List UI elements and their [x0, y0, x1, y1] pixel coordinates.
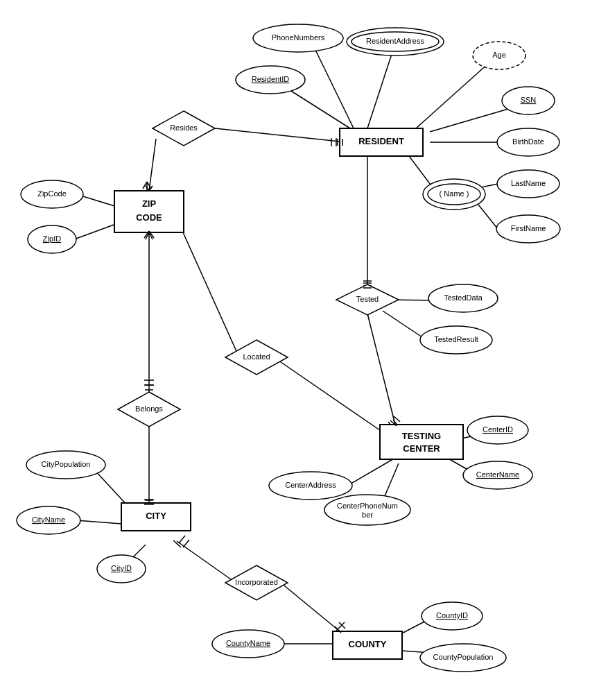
line-centeraddr [352, 458, 395, 483]
citypop-text: CityPopulation [42, 460, 91, 468]
located-label: Located [243, 352, 270, 361]
line-phone-resident [315, 50, 354, 128]
centeraddress-text: CenterAddress [285, 481, 336, 489]
testing-center-label2: CENTER [403, 443, 440, 454]
line-centerphone [385, 463, 399, 496]
firstname-text: FirstName [511, 224, 546, 232]
line-cityname [76, 520, 121, 524]
zipid-text: ZipID [43, 234, 61, 243]
tested-label: Tested [356, 295, 379, 303]
city-label: CITY [146, 511, 166, 521]
line-lastname-name [481, 184, 498, 187]
resides-label: Resides [170, 123, 198, 132]
residentid-text: ResidentID [252, 75, 289, 83]
belongs-label: Belongs [135, 404, 163, 413]
line-resides-zipcode [149, 139, 156, 191]
birthdate-text: BirthDate [512, 137, 544, 146]
zipcode-entity [114, 191, 184, 232]
testeddata-text: TestedData [444, 293, 483, 302]
ssn-text: SSN [521, 96, 537, 104]
zipcode-attr-text: ZipCode [37, 189, 67, 198]
centername-text: CenterName [476, 470, 519, 479]
line-citypop [94, 469, 128, 506]
lastname-text: LastName [511, 179, 546, 187]
testing-center-entity [380, 425, 463, 459]
line-resident-resides [215, 128, 347, 142]
line-located-center [274, 357, 385, 434]
dt-city-inc-b [183, 540, 189, 547]
centerid-text: CenterID [483, 425, 513, 434]
phone-numbers-text: PhoneNumbers [272, 33, 325, 42]
line-inc-county [281, 583, 340, 631]
centerphone-text1: CenterPhoneNum [337, 502, 398, 510]
resident-address-text: ResidentAddress [366, 37, 424, 45]
countyid-text: CountyID [436, 611, 468, 620]
zipcode-label2: CODE [136, 212, 162, 223]
age-text: Age [492, 51, 506, 59]
line-age-resident [416, 62, 489, 128]
zipcode-label1: ZIP [142, 198, 157, 209]
er-diagram: Resides Tested Located Belongs Incorpora… [0, 0, 608, 700]
countyname-text: CountyName [226, 639, 270, 647]
testing-center-label1: TESTING [402, 431, 441, 441]
line-ssn-resident [430, 108, 513, 132]
line-tested-center [367, 314, 395, 425]
line-addr-resident [367, 54, 392, 128]
line-residentid-resident [288, 89, 350, 128]
testedresult-text: TestedResult [434, 335, 478, 343]
cityid-text: CityID [111, 564, 132, 572]
line-zipcode-located [177, 219, 239, 357]
incorporated-label: Incorporated [235, 578, 278, 586]
countypop-text: CountyPopulation [433, 653, 494, 661]
dt-city-inc-a [179, 536, 185, 543]
cityname-text: CityName [32, 515, 65, 524]
centerphone-text2: ber [362, 511, 373, 519]
line-firstname-name [478, 205, 498, 229]
line-testedresult [383, 311, 424, 339]
county-label: COUNTY [349, 639, 387, 649]
line-city-inc [177, 541, 236, 583]
resident-label: RESIDENT [358, 136, 404, 146]
name-text: ( Name ) [440, 189, 469, 198]
